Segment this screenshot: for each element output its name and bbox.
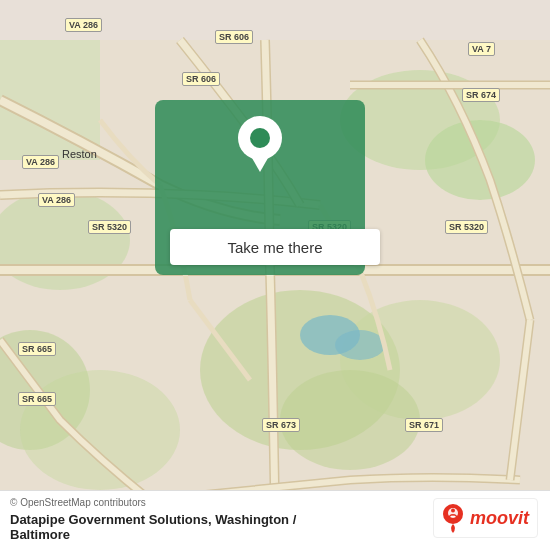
road-label-sr673: SR 673 bbox=[262, 418, 300, 432]
moovit-logo-text: moovit bbox=[470, 508, 529, 529]
map-container: VA 286 SR 606 SR 606 VA 7 SR 674 VA 286 … bbox=[0, 0, 550, 550]
svg-point-11 bbox=[335, 330, 385, 360]
place-label-reston: Reston bbox=[62, 148, 97, 160]
road-label-va7: VA 7 bbox=[468, 42, 495, 56]
svg-point-6 bbox=[20, 370, 180, 490]
svg-point-14 bbox=[451, 509, 455, 513]
bottom-bar: © OpenStreetMap contributors Datapipe Go… bbox=[0, 490, 550, 550]
road-label-sr671: SR 671 bbox=[405, 418, 443, 432]
road-label-sr5320-left: SR 5320 bbox=[88, 220, 131, 234]
pin-container bbox=[155, 100, 365, 160]
take-me-there-button[interactable]: Take me there bbox=[170, 229, 380, 265]
location-pin-icon bbox=[238, 116, 282, 160]
road-label-va286-top: VA 286 bbox=[65, 18, 102, 32]
road-label-sr665-mid: SR 665 bbox=[18, 392, 56, 406]
svg-point-9 bbox=[280, 370, 420, 470]
pin-arrow bbox=[252, 158, 268, 172]
road-label-sr5320-right: SR 5320 bbox=[445, 220, 488, 234]
pin-dot bbox=[250, 128, 270, 148]
moovit-pin-icon bbox=[442, 503, 464, 533]
road-label-sr606-mid: SR 606 bbox=[182, 72, 220, 86]
road-label-sr674: SR 674 bbox=[462, 88, 500, 102]
road-label-sr606-top: SR 606 bbox=[215, 30, 253, 44]
road-label-va286-mid: VA 286 bbox=[22, 155, 59, 169]
map-background bbox=[0, 0, 550, 550]
road-label-va286-bot: VA 286 bbox=[38, 193, 75, 207]
moovit-badge: moovit bbox=[433, 498, 538, 538]
road-label-sr665-bot: SR 665 bbox=[18, 342, 56, 356]
